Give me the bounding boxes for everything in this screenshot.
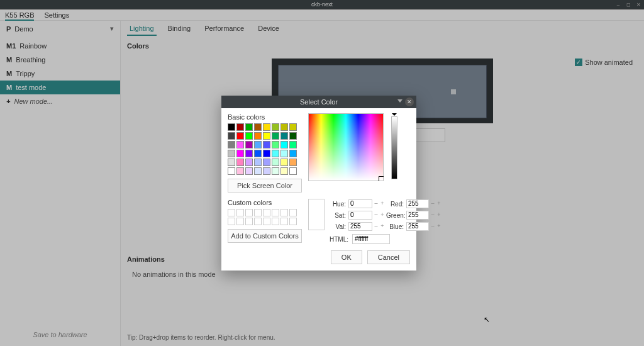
basic-color-swatch[interactable]	[263, 150, 270, 157]
hue-inc-icon[interactable]: +	[380, 199, 385, 208]
val-inc-icon[interactable]: +	[380, 222, 385, 231]
custom-color-swatch[interactable]	[245, 209, 253, 216]
basic-color-swatch[interactable]	[245, 123, 253, 131]
basic-color-swatch[interactable]	[228, 167, 235, 175]
custom-color-swatch[interactable]	[263, 209, 270, 216]
basic-color-swatch[interactable]	[228, 150, 235, 157]
custom-color-swatch[interactable]	[272, 218, 279, 225]
close-icon[interactable]: ✕	[405, 98, 414, 106]
basic-color-swatch[interactable]	[228, 159, 235, 166]
basic-color-swatch[interactable]	[228, 132, 235, 140]
basic-color-swatch[interactable]	[236, 159, 244, 166]
red-inc-icon[interactable]: +	[436, 199, 441, 208]
basic-color-swatch[interactable]	[245, 150, 253, 157]
custom-color-swatch[interactable]	[263, 218, 270, 225]
custom-color-swatch[interactable]	[236, 218, 244, 225]
green-input[interactable]: 255	[406, 211, 429, 220]
red-input[interactable]: 255	[406, 199, 429, 208]
basic-color-swatch[interactable]	[263, 159, 270, 166]
hue-dec-icon[interactable]: –	[374, 199, 379, 208]
green-label: Green:	[386, 212, 405, 219]
basic-color-swatch[interactable]	[272, 141, 279, 148]
basic-color-swatch[interactable]	[272, 132, 279, 140]
custom-color-swatch[interactable]	[280, 218, 288, 225]
val-dec-icon[interactable]: –	[374, 222, 379, 231]
spectrum-handle-icon[interactable]	[379, 176, 384, 181]
basic-color-swatch[interactable]	[289, 141, 297, 148]
ok-button[interactable]: OK	[331, 250, 362, 264]
basic-color-swatch[interactable]	[280, 159, 288, 166]
add-to-custom-button[interactable]: Add to Custom Colors	[228, 229, 302, 243]
basic-color-swatch[interactable]	[254, 159, 262, 166]
basic-color-swatch[interactable]	[245, 167, 253, 175]
custom-color-swatches	[228, 209, 302, 225]
blue-inc-icon[interactable]: +	[436, 222, 441, 231]
custom-color-swatch[interactable]	[254, 209, 262, 216]
basic-color-swatch[interactable]	[263, 123, 270, 131]
custom-color-swatch[interactable]	[289, 218, 297, 225]
html-input[interactable]: #ffffff	[352, 234, 390, 244]
basic-color-swatch[interactable]	[254, 141, 262, 148]
basic-color-swatch[interactable]	[245, 159, 253, 166]
custom-color-swatch[interactable]	[289, 209, 297, 216]
basic-color-swatch[interactable]	[254, 150, 262, 157]
window-close-icon[interactable]: ✕	[635, 1, 641, 8]
dialog-titlebar[interactable]: Select Color ✕	[221, 96, 416, 108]
window-min-icon[interactable]: –	[615, 1, 621, 8]
blue-label: Blue:	[386, 223, 405, 230]
basic-color-swatch[interactable]	[280, 150, 288, 157]
red-label: Red:	[386, 201, 405, 208]
sat-dec-icon[interactable]: –	[374, 211, 379, 220]
blue-dec-icon[interactable]: –	[430, 222, 435, 231]
basic-color-swatch[interactable]	[228, 123, 235, 131]
basic-color-swatch[interactable]	[254, 132, 262, 140]
basic-color-swatch[interactable]	[236, 132, 244, 140]
green-dec-icon[interactable]: –	[430, 211, 435, 220]
green-inc-icon[interactable]: +	[436, 211, 441, 220]
basic-color-swatch[interactable]	[245, 141, 253, 148]
basic-color-swatch[interactable]	[263, 132, 270, 140]
custom-color-swatch[interactable]	[280, 209, 288, 216]
custom-color-swatch[interactable]	[228, 209, 235, 216]
cancel-button[interactable]: Cancel	[367, 250, 410, 264]
basic-color-swatch[interactable]	[280, 141, 288, 148]
basic-color-swatch[interactable]	[272, 159, 279, 166]
custom-color-swatch[interactable]	[228, 218, 235, 225]
color-spectrum[interactable]	[308, 113, 384, 181]
blue-input[interactable]: 255	[406, 222, 429, 231]
val-input[interactable]: 255	[348, 222, 372, 231]
basic-color-swatch[interactable]	[236, 150, 244, 157]
basic-color-swatch[interactable]	[245, 132, 253, 140]
red-dec-icon[interactable]: –	[430, 199, 435, 208]
window-max-icon[interactable]: ◻	[625, 1, 631, 8]
custom-color-swatch[interactable]	[236, 209, 244, 216]
sat-input[interactable]: 0	[348, 211, 372, 220]
basic-color-swatch[interactable]	[289, 167, 297, 175]
basic-color-swatch[interactable]	[272, 167, 279, 175]
basic-color-swatch[interactable]	[236, 123, 244, 131]
basic-color-swatch[interactable]	[280, 167, 288, 175]
basic-color-swatch[interactable]	[280, 132, 288, 140]
shade-icon[interactable]	[397, 99, 402, 103]
hue-input[interactable]: 0	[348, 199, 372, 208]
basic-color-swatch[interactable]	[280, 123, 288, 131]
basic-color-swatch[interactable]	[236, 141, 244, 148]
basic-color-swatch[interactable]	[228, 141, 235, 148]
custom-color-swatch[interactable]	[254, 218, 262, 225]
basic-color-swatch[interactable]	[254, 123, 262, 131]
basic-color-swatch[interactable]	[263, 167, 270, 175]
basic-color-swatch[interactable]	[289, 123, 297, 131]
basic-color-swatch[interactable]	[254, 167, 262, 175]
basic-color-swatch[interactable]	[289, 150, 297, 157]
basic-color-swatch[interactable]	[289, 132, 297, 140]
basic-color-swatch[interactable]	[272, 123, 279, 131]
pick-screen-color-button[interactable]: Pick Screen Color	[228, 179, 302, 193]
basic-color-swatch[interactable]	[272, 150, 279, 157]
value-slider[interactable]	[391, 116, 397, 179]
custom-color-swatch[interactable]	[245, 218, 253, 225]
basic-color-swatch[interactable]	[236, 167, 244, 175]
custom-color-swatch[interactable]	[272, 209, 279, 216]
basic-color-swatch[interactable]	[289, 159, 297, 166]
basic-color-swatch[interactable]	[263, 141, 270, 148]
sat-inc-icon[interactable]: +	[380, 211, 385, 220]
